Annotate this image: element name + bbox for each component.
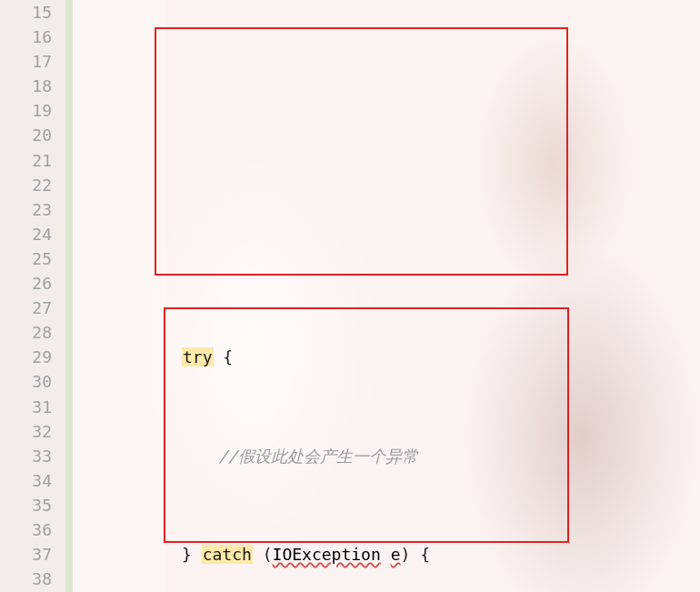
code-line[interactable] [73,173,700,197]
line-number: 35 [0,493,52,517]
line-number: 32 [0,419,52,444]
line-number: 36 [0,517,52,542]
line-number: 18 [0,74,52,98]
brace-close: } [182,545,202,564]
line-number: 31 [0,395,52,419]
comment: //假设此处会产生一个异常 [218,447,418,466]
gutter-change-bar [65,0,72,592]
line-number: 21 [0,148,52,173]
line-number: 30 [0,369,52,394]
code-line[interactable]: try { [73,345,700,369]
code-line[interactable]: //假设此处会产生一个异常 [73,444,700,468]
keyword-catch: catch [202,545,253,564]
line-number: 25 [0,246,52,271]
code-editor[interactable]: 15 16 17 18 19 20 21 22 23 24 25 26 27 2… [0,0,700,592]
line-number: 37 [0,542,52,567]
line-number: 15 [0,0,52,25]
highlight-box-2 [164,307,569,543]
editor-viewport[interactable]: try { //假设此处会产生一个异常 } catch (IOException… [73,0,700,592]
highlight-box-1 [155,27,568,276]
line-number: 16 [0,25,52,49]
line-number: 23 [0,197,52,222]
line-number: 33 [0,444,52,468]
line-number: 28 [0,320,52,345]
line-number: 19 [0,98,52,123]
line-number: 27 [0,296,52,320]
line-number: 34 [0,468,52,493]
type-ioexception: IOException [273,545,381,564]
keyword-try: try [182,347,214,366]
line-number: 17 [0,49,52,74]
code-area[interactable]: try { //假设此处会产生一个异常 } catch (IOException… [73,0,700,592]
brace-open: { [214,347,234,366]
line-number: 29 [0,345,52,369]
line-number: 22 [0,173,52,197]
line-number: 38 [0,567,52,591]
code-line[interactable]: } catch (IOException e) { [73,542,700,567]
line-number-gutter: 15 16 17 18 19 20 21 22 23 24 25 26 27 2… [0,0,73,592]
code-line[interactable] [73,246,700,271]
line-number: 26 [0,271,52,296]
line-number: 20 [0,123,52,147]
var-e: e [391,545,401,564]
line-number: 24 [0,222,52,246]
